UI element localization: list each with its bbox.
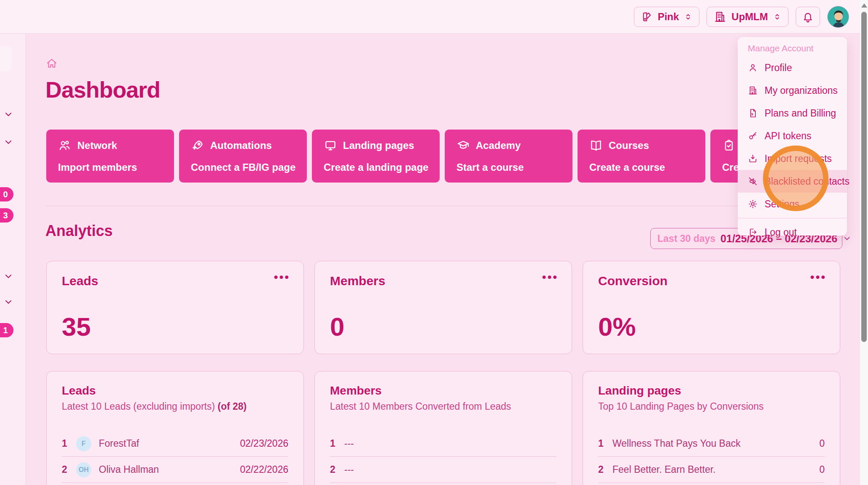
chevron-down-icon[interactable] (3, 271, 14, 281)
stat-value: 0% (598, 312, 825, 342)
theme-label: Pink (658, 11, 679, 23)
billing-document-icon: $ (748, 108, 758, 118)
row-rank: 2 (330, 464, 337, 475)
avatar: F (76, 436, 91, 451)
quick-action-title: Automations (210, 140, 272, 151)
chevron-down-icon[interactable] (3, 297, 14, 307)
quick-action-title: Courses (609, 140, 649, 151)
organization-selector[interactable]: UpMLM (707, 7, 789, 27)
list-title: Members (330, 384, 557, 398)
menu-item-label: Import requests (765, 153, 832, 164)
menu-item-blacklisted-contacts[interactable]: Blacklisted contacts (738, 170, 847, 193)
chevron-down-icon[interactable] (3, 109, 14, 119)
more-options-icon[interactable]: ••• (810, 270, 826, 284)
list-item[interactable]: 2 Feel Better. Earn Better. 0 (598, 457, 825, 483)
menu-item-log-out[interactable]: Log out (738, 221, 847, 244)
menu-item-label: Settings (765, 199, 799, 210)
palette-icon (641, 11, 653, 23)
sidebar-count-badge: 3 (0, 208, 13, 223)
bell-icon (802, 11, 814, 23)
list-subtitle-text: Top 10 Landing Pages by Conversions (598, 401, 764, 412)
account-menu-header: Manage Account (738, 40, 847, 56)
account-menu: Manage Account Profile My organizations … (738, 37, 847, 236)
quick-action-academy[interactable]: Academy Start a course (445, 130, 573, 183)
row-date: 02/23/2026 (240, 438, 288, 449)
stat-title: Leads (62, 274, 288, 288)
collapsed-sidebar: 0 3 1 (0, 34, 26, 485)
date-range-label: Last 30 days (657, 233, 715, 244)
user-avatar[interactable] (827, 6, 849, 28)
row-rank: 2 (62, 464, 69, 475)
list-item[interactable]: 2 --- (330, 457, 557, 483)
section-divider (46, 206, 845, 206)
quick-action-subtitle: Create a landing page (324, 162, 428, 173)
quick-action-title: Landing pages (343, 140, 414, 151)
quick-action-landing-pages[interactable]: Landing pages Create a landing page (312, 130, 440, 183)
stat-card-members: Members ••• 0 (314, 261, 572, 354)
menu-item-plans-and-billing[interactable]: $ Plans and Billing (738, 102, 847, 125)
menu-divider (738, 218, 847, 218)
quick-action-subtitle: Start a course (456, 162, 561, 173)
row-rank: 1 (330, 438, 337, 449)
more-options-icon[interactable]: ••• (542, 270, 558, 284)
avatar: OH (76, 462, 91, 477)
sidebar-active-item[interactable] (0, 46, 12, 72)
menu-item-label: My organizations (765, 85, 838, 96)
book-icon (589, 139, 603, 152)
home-icon[interactable] (45, 57, 58, 70)
quick-action-title: Academy (476, 140, 521, 151)
list-title: Landing pages (598, 384, 825, 398)
more-options-icon[interactable]: ••• (274, 270, 290, 284)
list-subtitle: Top 10 Landing Pages by Conversions (598, 401, 825, 412)
menu-item-settings[interactable]: Settings (738, 193, 847, 215)
row-conversions: 0 (819, 464, 825, 475)
clipboard-check-icon (722, 139, 736, 152)
graduation-cap-icon (456, 139, 470, 152)
quick-action-network[interactable]: Network Import members (46, 130, 174, 183)
building-icon (748, 85, 758, 95)
list-item[interactable]: 1 --- (330, 431, 557, 457)
members-list-card: Members Latest 10 Members Converted from… (314, 371, 572, 485)
gear-icon (748, 199, 758, 209)
quick-action-automations[interactable]: Automations Connect a FB/IG page (179, 130, 307, 183)
menu-item-my-organizations[interactable]: My organizations (738, 79, 847, 102)
chevron-sort-icon (773, 12, 781, 22)
menu-item-label: Profile (765, 62, 792, 74)
scrollbar-thumb[interactable] (861, 12, 867, 342)
lists-row: Leads Latest 10 Leads (excluding imports… (46, 371, 840, 485)
stat-card-leads: Leads ••• 35 (46, 261, 304, 354)
row-rank: 1 (62, 438, 69, 449)
quick-action-title: Network (77, 140, 117, 151)
list-subtitle: Latest 10 Leads (excluding imports) (of … (62, 401, 288, 412)
menu-item-api-tokens[interactable]: API tokens (738, 125, 847, 147)
people-icon (58, 139, 71, 152)
list-subtitle-suffix: (of 28) (218, 401, 247, 412)
scroll-up-arrow-icon[interactable] (861, 3, 867, 8)
list-subtitle-text: Latest 10 Members Converted from Leads (330, 401, 511, 412)
row-name: ForestTaf (99, 438, 139, 449)
list-item[interactable]: 1 Wellness That Pays You Back 0 (598, 431, 825, 457)
sidebar-count-badge: 0 (0, 187, 13, 201)
theme-selector[interactable]: Pink (634, 7, 700, 27)
leads-list-card: Leads Latest 10 Leads (excluding imports… (46, 371, 304, 485)
monitor-icon (324, 139, 337, 152)
list-subtitle-text: Latest 10 Leads (excluding imports) (62, 401, 215, 412)
building-icon (714, 11, 726, 23)
row-conversions: 0 (819, 438, 825, 449)
menu-item-profile[interactable]: Profile (738, 56, 847, 79)
row-name: --- (344, 438, 354, 449)
menu-item-import-requests[interactable]: Import requests (738, 147, 847, 170)
stat-value: 35 (62, 312, 288, 342)
notifications-button[interactable] (796, 7, 820, 27)
chevron-down-icon[interactable] (3, 137, 14, 147)
quick-action-subtitle: Connect a FB/IG page (191, 162, 295, 173)
quick-action-subtitle: Create a course (589, 162, 694, 173)
list-item[interactable]: 1 F ForestTaf 02/23/2026 (62, 431, 288, 457)
list-item[interactable]: 2 OH Oliva Hallman 02/22/2026 (62, 457, 288, 483)
vertical-scrollbar[interactable] (860, 0, 868, 485)
quick-action-courses[interactable]: Courses Create a course (578, 130, 705, 183)
quick-actions-row: Network Import members Automations Conne… (46, 130, 838, 183)
key-icon (748, 131, 758, 141)
org-label: UpMLM (731, 11, 768, 23)
stat-title: Members (330, 274, 557, 288)
